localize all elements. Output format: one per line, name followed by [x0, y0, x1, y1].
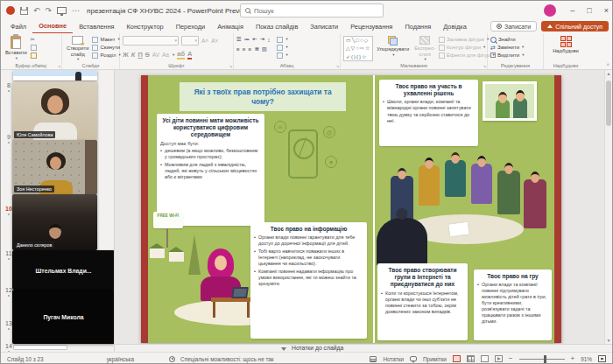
scroll-up-icon[interactable]: ▲ — [605, 71, 612, 76]
scrollbar-thumb[interactable] — [606, 80, 611, 126]
tab-transitions[interactable]: Переходи — [170, 21, 211, 33]
copy-button[interactable] — [31, 45, 37, 51]
align-center-button[interactable]: ≡ — [243, 46, 246, 52]
slide-14-thumbnail[interactable] — [13, 345, 67, 350]
redo-icon[interactable]: ↷ — [46, 7, 53, 15]
shapes-gallery[interactable]: ▭╲□○◇ △▽○⇨☆ ✓(){}☆ — [343, 36, 373, 61]
maximize-button[interactable]: □ — [587, 7, 591, 15]
scroll-down-icon[interactable]: ▼ — [605, 338, 612, 343]
highlight-button[interactable]: аб — [177, 50, 185, 60]
increase-indent-button[interactable]: ⇥ — [260, 36, 264, 43]
accessibility-status[interactable]: Спеціальні можливості: щось не так — [180, 356, 274, 362]
find-button[interactable]: Знайти — [490, 37, 524, 43]
comments-toggle[interactable]: Примітки — [423, 356, 447, 362]
layout-button[interactable]: Макет — [92, 37, 120, 43]
zoom-slider[interactable] — [519, 359, 565, 360]
collapse-ribbon-button[interactable]: ˄ — [606, 62, 609, 67]
record-button[interactable]: Записати — [490, 21, 537, 32]
tab-insert[interactable]: Вставлення — [73, 21, 120, 33]
video-participant-3[interactable]: Данило скляров — [12, 194, 97, 250]
cut-button[interactable]: ✂ — [31, 37, 37, 43]
reading-view-button[interactable] — [481, 355, 489, 362]
underline-button[interactable]: П — [137, 51, 142, 59]
save-icon[interactable] — [20, 7, 28, 15]
line-spacing-button[interactable]: ↕ — [267, 37, 270, 43]
reset-button[interactable]: Скинути — [92, 45, 120, 51]
notes-toggle[interactable]: Нотатки — [383, 356, 404, 362]
tab-record[interactable]: Записати — [304, 21, 344, 33]
search-box[interactable] — [240, 4, 384, 18]
search-input[interactable] — [254, 7, 378, 15]
decrease-indent-button[interactable]: ⇤ — [252, 36, 257, 43]
shape-effects-button[interactable]: Ефекти для фігур — [439, 52, 495, 59]
font-size-select[interactable] — [181, 36, 199, 46]
close-button[interactable]: × — [604, 7, 609, 15]
font-name-select[interactable] — [123, 36, 179, 46]
slide-thumbnail-partial[interactable] — [13, 70, 97, 80]
normal-view-button[interactable] — [453, 355, 461, 362]
vertical-scrollbar[interactable]: ▲ ▼ — [604, 70, 612, 344]
slide-canvas[interactable]: Які з твоїх прав потрібно захищати та чо… — [141, 75, 561, 343]
video-participant-1[interactable]: Юля Самойлова — [12, 81, 97, 140]
slide-sorter-view-button[interactable] — [467, 355, 475, 362]
format-painter-button[interactable] — [31, 52, 37, 59]
quick-styles-button[interactable]: Експрес-стилі — [412, 36, 437, 61]
slideshow-view-button[interactable] — [495, 355, 503, 362]
addins-button[interactable]: Надбудови — [551, 36, 581, 54]
justify-button[interactable]: ≣ — [254, 46, 258, 52]
account-avatar[interactable] — [544, 4, 556, 17]
collapse-notes-icon[interactable] — [281, 347, 286, 351]
notes-pane-header[interactable]: Нотатки до слайда — [115, 344, 612, 352]
undo-icon[interactable]: ↶ — [33, 7, 40, 15]
align-left-button[interactable]: ≡ — [236, 46, 240, 52]
start-presentation-icon[interactable] — [57, 7, 67, 14]
tab-help[interactable]: Довідка — [437, 21, 473, 33]
columns-button[interactable]: ▥ — [262, 46, 267, 52]
font-dialog-launcher[interactable]: ↘ — [229, 64, 232, 68]
shape-outline-button[interactable]: Контур фігури — [439, 45, 495, 51]
minimize-button[interactable]: – — [570, 7, 574, 15]
section-button[interactable]: Розділ — [92, 52, 120, 59]
tab-review[interactable]: Рецензування — [344, 21, 398, 33]
change-case-button[interactable]: Aa — [162, 52, 174, 58]
new-slide-button[interactable]: Створити слайд — [65, 36, 90, 61]
qat-overflow-icon[interactable]: ⋯ — [72, 7, 80, 15]
bold-button[interactable]: Ж — [123, 51, 129, 59]
slide-counter[interactable]: Слайд 10 з 23 — [7, 356, 44, 362]
tab-slideshow[interactable]: Показ слайдів — [250, 21, 304, 33]
video-participant-2[interactable]: Зоя Несторенко — [12, 140, 97, 194]
strikethrough-button[interactable]: S — [145, 51, 150, 59]
tab-animations[interactable]: Анімація — [211, 21, 250, 33]
drawing-dialog-launcher[interactable]: ↘ — [483, 64, 486, 68]
paste-button[interactable]: Вставити — [4, 36, 29, 60]
align-right-button[interactable]: ≡ — [249, 46, 252, 52]
shape-fill-button[interactable]: Заливка фігури — [439, 37, 495, 43]
video-participant-4[interactable]: Штельмах Влади... — [12, 250, 115, 290]
replace-button[interactable]: ⇄Замінити — [490, 45, 524, 51]
zoom-slider-thumb[interactable] — [544, 355, 546, 363]
convert-smartart-button[interactable] — [277, 52, 287, 59]
tab-file[interactable]: Файл — [4, 21, 32, 33]
tab-home[interactable]: Основне — [32, 20, 73, 34]
italic-button[interactable]: К — [131, 51, 136, 59]
slide-number-14[interactable]: 14 — [4, 343, 13, 352]
text-direction-button[interactable] — [277, 37, 287, 43]
clipboard-dialog-launcher[interactable]: ↘ — [58, 64, 60, 68]
fit-to-window-button[interactable] — [598, 355, 606, 362]
character-spacing-button[interactable]: AV — [152, 52, 159, 58]
video-participant-5[interactable]: Пугач Микола — [12, 290, 115, 344]
select-button[interactable]: Виділити — [490, 52, 524, 59]
numbering-button[interactable]: ≔ — [244, 36, 250, 43]
shrink-font-button[interactable]: A˅ — [211, 38, 218, 44]
grow-font-button[interactable]: A˄ — [201, 38, 208, 44]
share-button[interactable]: Спільний доступ — [541, 21, 609, 32]
paragraph-dialog-launcher[interactable]: ↘ — [336, 64, 339, 68]
tab-view[interactable]: Подання — [398, 21, 437, 33]
align-text-button[interactable] — [277, 45, 287, 51]
zoom-out-button[interactable]: − — [509, 355, 513, 362]
bullets-button[interactable]: ☰ — [236, 36, 242, 43]
font-color-button[interactable]: А — [187, 50, 192, 60]
tab-design[interactable]: Конструктор — [121, 21, 170, 33]
language-indicator[interactable]: українська — [107, 356, 134, 362]
zoom-in-button[interactable]: + — [571, 355, 575, 362]
